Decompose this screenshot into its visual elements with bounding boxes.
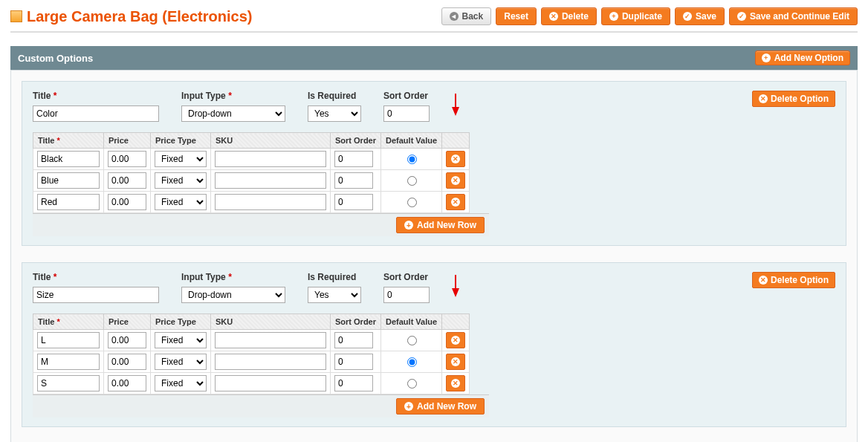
delete-icon: ✕ [451,357,460,366]
add-option-button[interactable]: + Add New Option [755,51,850,65]
delete-button[interactable]: ✕ Delete [541,7,597,25]
row-default-radio[interactable] [407,155,417,164]
row-sort-input[interactable] [334,332,373,348]
row-price-input[interactable] [108,151,146,167]
row-delete-button[interactable]: ✕ [446,194,465,210]
table-row: Fixed ✕ [33,149,470,170]
delete-icon: ✕ [451,176,460,185]
row-sku-input[interactable] [215,354,326,370]
row-price-type-select[interactable]: Fixed [155,354,207,370]
delete-icon: ✕ [451,336,460,345]
col-title-header: Title * [33,133,104,149]
input-type-label: Input Type * [181,91,285,101]
plus-icon: + [404,221,413,230]
section-bar: Custom Options + Add New Option [10,46,858,70]
table-row: Fixed ✕ [33,192,470,213]
option-rows-table: Title * Price Price Type SKU Sort Order … [33,313,470,394]
row-price-type-select[interactable]: Fixed [155,332,207,348]
row-title-input[interactable] [37,172,100,189]
row-price-input[interactable] [108,194,146,210]
row-price-input[interactable] [108,354,146,370]
row-sku-input[interactable] [215,194,326,210]
row-price-type-select[interactable]: Fixed [155,151,207,167]
row-title-input[interactable] [37,194,100,210]
back-icon: ◄ [450,12,459,21]
option-block: ✕ Delete Option Title * Input Type * Dro… [22,262,846,427]
row-delete-button[interactable]: ✕ [446,354,465,370]
table-row: Fixed ✕ [33,351,470,373]
title-label: Title * [33,91,159,101]
toolbar: ◄ Back Reset ✕ Delete + Duplicate ✓ Save… [441,7,858,25]
col-price-type-header: Price Type [151,133,211,149]
row-sku-input[interactable] [215,151,326,167]
row-price-input[interactable] [108,375,146,391]
row-price-input[interactable] [108,332,146,348]
row-sort-input[interactable] [334,375,373,391]
delete-icon: ✕ [451,155,460,163]
row-sort-input[interactable] [334,172,373,189]
col-actions-header [442,133,470,149]
row-delete-button[interactable]: ✕ [446,332,465,348]
back-button[interactable]: ◄ Back [441,7,492,25]
row-sort-input[interactable] [334,194,373,210]
row-sort-input[interactable] [334,354,373,370]
sort-order-input[interactable] [383,105,430,122]
option-title-input[interactable] [33,105,159,122]
delete-icon: ✕ [451,198,460,207]
section-title: Custom Options [18,53,93,64]
row-sku-input[interactable] [215,332,326,348]
plus-icon: + [404,402,413,411]
row-default-radio[interactable] [407,357,417,367]
row-default-radio[interactable] [407,176,417,186]
row-default-radio[interactable] [407,336,417,345]
row-default-radio[interactable] [407,379,417,389]
page-header: Large Camera Bag (Electronics) ◄ Back Re… [10,4,858,33]
row-title-input[interactable] [37,375,100,391]
row-default-radio[interactable] [407,198,417,207]
check-icon: ✓ [683,12,692,21]
row-title-input[interactable] [37,151,100,167]
save-button[interactable]: ✓ Save [675,7,725,25]
row-delete-button[interactable]: ✕ [446,172,465,189]
row-sku-input[interactable] [215,375,326,391]
input-type-label: Input Type * [181,272,285,282]
row-title-input[interactable] [37,332,100,348]
add-row-label: Add New Row [417,401,476,412]
check-icon: ✓ [737,12,746,21]
input-type-select[interactable]: Drop-down [181,287,285,303]
sort-order-input[interactable] [383,287,430,303]
row-price-type-select[interactable]: Fixed [155,172,207,189]
product-icon [10,10,22,22]
row-title-input[interactable] [37,354,100,370]
back-label: Back [462,11,484,22]
col-sort-header: Sort Order [331,314,381,330]
col-default-header: Default Value [381,314,442,330]
duplicate-button[interactable]: + Duplicate [601,7,670,25]
row-sort-input[interactable] [334,151,373,167]
save-continue-button[interactable]: ✓ Save and Continue Edit [729,7,858,25]
is-required-select[interactable]: Yes [308,105,361,122]
add-row-label: Add New Row [417,220,476,230]
reset-button[interactable]: Reset [496,7,537,25]
add-row-button[interactable]: + Add New Row [396,217,485,233]
is-required-select[interactable]: Yes [308,287,361,303]
sort-order-label: Sort Order [383,272,430,282]
row-delete-button[interactable]: ✕ [446,375,465,391]
row-price-type-select[interactable]: Fixed [155,375,207,391]
arrow-down-icon [452,288,459,297]
option-title-input[interactable] [33,287,159,303]
table-row: Fixed ✕ [33,373,470,394]
plus-icon: + [762,53,771,62]
row-sku-input[interactable] [215,172,326,189]
add-row-button[interactable]: + Add New Row [396,398,485,415]
table-row: Fixed ✕ [33,330,470,351]
content-area: ✕ Delete Option Title * Input Type * Dro… [10,70,858,442]
delete-icon: ✕ [451,379,460,388]
col-price-type-header: Price Type [151,314,211,330]
is-required-label: Is Required [308,91,361,101]
input-type-select[interactable]: Drop-down [181,105,285,122]
row-price-type-select[interactable]: Fixed [155,194,207,210]
row-delete-button[interactable]: ✕ [446,151,465,167]
plus-icon: + [609,12,618,21]
row-price-input[interactable] [108,172,146,189]
